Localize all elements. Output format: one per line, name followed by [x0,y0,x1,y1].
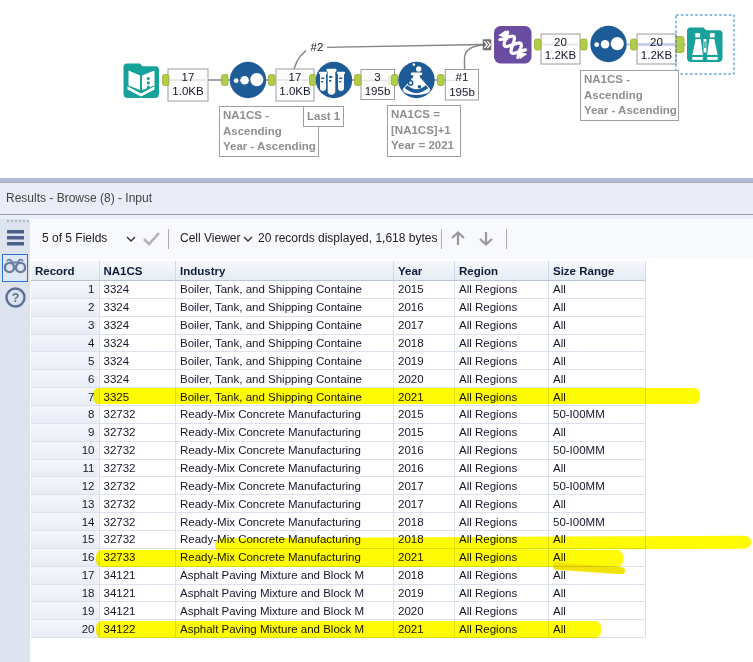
svg-text:1.0KB: 1.0KB [279,85,311,97]
svg-text:17: 17 [289,71,302,83]
svg-text:#2: #2 [311,41,324,53]
svg-text:20: 20 [650,36,663,48]
svg-text:195b: 195b [449,86,475,98]
svg-text:17: 17 [182,71,195,83]
svg-text:3: 3 [374,71,380,83]
svg-text:195b: 195b [365,85,391,97]
svg-text:1.0KB: 1.0KB [172,85,204,97]
svg-text:1.2KB: 1.2KB [641,49,673,61]
svg-text:1.2KB: 1.2KB [545,49,577,61]
svg-text:#1: #1 [456,71,469,83]
svg-text:?: ? [12,291,20,305]
svg-text:20: 20 [554,36,567,48]
